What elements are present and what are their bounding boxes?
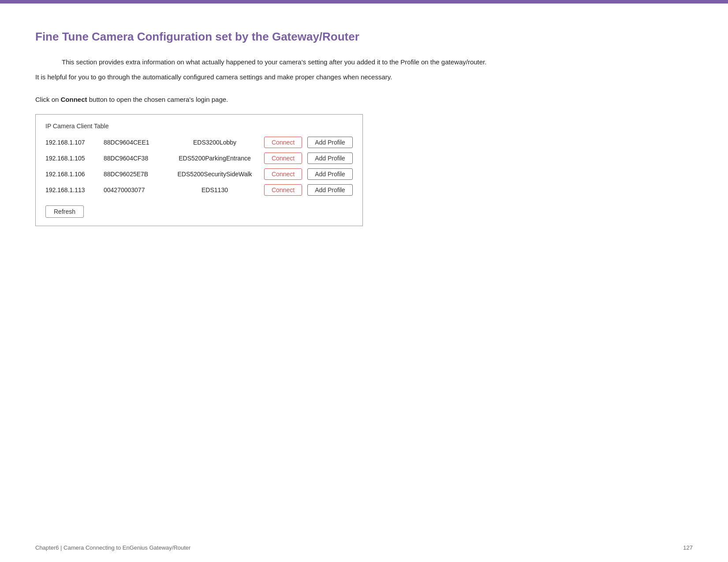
add-profile-button-1[interactable]: Add Profile: [307, 137, 352, 148]
intro-paragraph-1: This section provides extra information …: [35, 57, 693, 67]
camera-name-4: EDS1130: [171, 186, 259, 194]
table-row: 192.168.1.113 004270003077 EDS1130 Conne…: [45, 184, 353, 196]
footer-left: Chapter6 | Camera Connecting to EnGenius…: [35, 544, 190, 551]
ip-camera-table: IP Camera Client Table 192.168.1.107 88D…: [35, 114, 363, 226]
camera-name-3: EDS5200SecuritySideWalk: [171, 171, 259, 178]
top-bar: [0, 0, 728, 4]
connect-suffix: button to open the chosen camera's login…: [87, 96, 228, 103]
camera-ip-3: 192.168.1.106: [45, 171, 98, 178]
table-row: 192.168.1.105 88DC9604CF38 EDS5200Parkin…: [45, 153, 353, 164]
add-profile-button-4[interactable]: Add Profile: [307, 184, 352, 196]
refresh-row: Refresh: [45, 200, 353, 218]
table-row: 192.168.1.106 88DC96025E7B EDS5200Securi…: [45, 168, 353, 180]
camera-name-1: EDS3200Lobby: [171, 139, 259, 146]
page-title: Fine Tune Camera Configuration set by th…: [35, 30, 693, 44]
intro-paragraph-2: It is helpful for you to go through the …: [35, 72, 693, 82]
footer-right: 127: [683, 544, 693, 551]
connect-prefix: Click on: [35, 96, 61, 103]
main-content: Fine Tune Camera Configuration set by th…: [0, 4, 728, 253]
camera-mac-1: 88DC9604CEE1: [104, 139, 165, 146]
camera-ip-1: 192.168.1.107: [45, 139, 98, 146]
connect-button-2[interactable]: Connect: [264, 153, 302, 164]
camera-mac-4: 004270003077: [104, 186, 165, 194]
camera-name-2: EDS5200ParkingEntrance: [171, 155, 259, 162]
camera-ip-2: 192.168.1.105: [45, 155, 98, 162]
connect-button-1[interactable]: Connect: [264, 137, 302, 148]
table-title: IP Camera Client Table: [45, 123, 353, 130]
connect-bold: Connect: [61, 96, 87, 103]
connect-instruction: Click on Connect button to open the chos…: [35, 96, 693, 103]
connect-button-3[interactable]: Connect: [264, 168, 302, 180]
camera-mac-3: 88DC96025E7B: [104, 171, 165, 178]
add-profile-button-2[interactable]: Add Profile: [307, 153, 352, 164]
table-row: 192.168.1.107 88DC9604CEE1 EDS3200Lobby …: [45, 137, 353, 148]
footer: Chapter6 | Camera Connecting to EnGenius…: [0, 544, 728, 551]
camera-mac-2: 88DC9604CF38: [104, 155, 165, 162]
add-profile-button-3[interactable]: Add Profile: [307, 168, 352, 180]
camera-ip-4: 192.168.1.113: [45, 186, 98, 194]
connect-button-4[interactable]: Connect: [264, 184, 302, 196]
refresh-button[interactable]: Refresh: [45, 205, 84, 218]
